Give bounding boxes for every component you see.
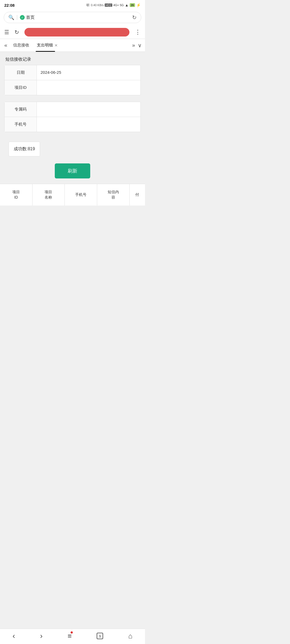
label-exclusive-code: 专属码 xyxy=(5,102,37,117)
success-count-box: 成功数:819 xyxy=(9,142,40,156)
battery-indicator: 26 xyxy=(130,3,135,7)
data-table-header: 项目 ID 项目 名称 手机号 短信内 容 付 xyxy=(0,184,145,206)
tab-expense-detail[interactable]: 支出明细 ✕ xyxy=(33,39,61,52)
tab-close-icon[interactable]: ✕ xyxy=(55,43,58,47)
form-row-exclusive-code: 专属码 xyxy=(5,102,140,117)
label-date: 日期 xyxy=(5,65,37,80)
col-pay: 付 xyxy=(130,184,145,206)
value-exclusive-code[interactable] xyxy=(37,102,140,117)
status-icons: 听 0.40 KB/s HD2 4G+ 5G ▲ 26 ⚡ xyxy=(86,3,141,8)
form-row-date: 日期 2024-06-25 xyxy=(5,65,140,80)
network-type: 4G+ 5G xyxy=(113,3,124,7)
section-title: 短信接收记录 xyxy=(0,52,145,65)
col-phone-number: 手机号 xyxy=(65,184,97,206)
tab-forward-btn[interactable]: » xyxy=(130,42,137,48)
col-sms-content: 短信内 容 xyxy=(97,184,130,206)
success-count-label: 成功数:819 xyxy=(14,147,35,151)
form-row-phone: 手机号 xyxy=(5,117,140,132)
network-speed: 0.40 KB/s xyxy=(91,3,104,7)
status-time: 22:08 xyxy=(4,3,15,8)
address-text: 首页 xyxy=(26,15,35,20)
address-divider xyxy=(17,15,17,20)
sim-label: HD2 xyxy=(105,3,112,7)
tab-dropdown-btn[interactable]: ∨ xyxy=(137,42,143,49)
browser-toolbar: ☰ ↻ ⋮ xyxy=(0,26,145,39)
label-phone: 手机号 xyxy=(5,117,37,132)
form-row-project-id: 项目ID xyxy=(5,80,140,95)
toolbar-refresh-icon[interactable]: ↻ xyxy=(15,29,19,35)
label-project-id: 项目ID xyxy=(5,80,37,95)
gray-section: 专属码 手机号 成功数:819 刷新 项目 ID 项目 名 xyxy=(0,97,145,208)
form-table-2: 专属码 手机号 xyxy=(4,102,141,132)
col-project-id: 项目 ID xyxy=(0,184,32,206)
refresh-button[interactable]: 刷新 xyxy=(55,163,90,178)
page-refresh-icon[interactable]: ↻ xyxy=(132,14,137,21)
page-content: 短信接收记录 日期 2024-06-25 项目ID 专属码 手机号 xyxy=(0,52,145,229)
tab-info-receive[interactable]: 信息接收 xyxy=(9,39,33,52)
address-bar: 🔍 ✓ 首页 ↻ xyxy=(0,10,145,26)
secure-icon: ✓ xyxy=(20,15,25,20)
refresh-button-wrap: 刷新 xyxy=(0,161,145,184)
value-phone[interactable] xyxy=(37,117,140,132)
address-secure-area: ✓ 首页 xyxy=(20,15,129,20)
value-project-id[interactable] xyxy=(37,80,140,95)
toolbar-title-redacted xyxy=(24,28,129,36)
col-project-name: 项目 名称 xyxy=(32,184,65,206)
charging-icon: ⚡ xyxy=(136,3,141,7)
value-date[interactable]: 2024-06-25 xyxy=(37,65,140,80)
tabs-bar: « 信息接收 支出明细 ✕ » ∨ xyxy=(0,39,145,52)
search-icon: 🔍 xyxy=(8,14,14,20)
menu-icon[interactable]: ☰ xyxy=(4,29,9,35)
listen-icon: 听 xyxy=(86,3,90,8)
address-input-box[interactable]: 🔍 ✓ 首页 ↻ xyxy=(4,12,141,23)
form-table-1: 日期 2024-06-25 项目ID xyxy=(4,65,141,95)
tab-back-btn[interactable]: « xyxy=(2,42,9,48)
status-bar: 22:08 听 0.40 KB/s HD2 4G+ 5G ▲ 26 ⚡ xyxy=(0,0,145,10)
toolbar-more-icon[interactable]: ⋮ xyxy=(135,29,141,36)
wifi-icon: ▲ xyxy=(125,3,129,7)
